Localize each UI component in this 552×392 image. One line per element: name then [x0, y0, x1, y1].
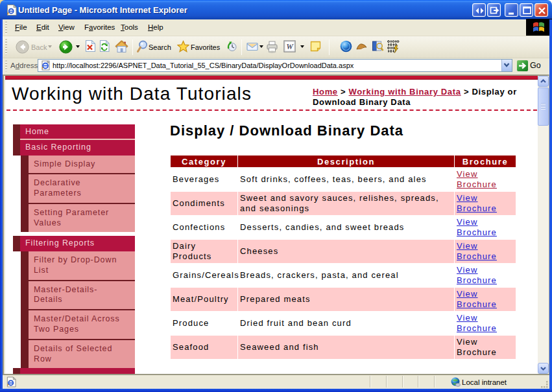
svg-text:W: W [286, 42, 294, 51]
